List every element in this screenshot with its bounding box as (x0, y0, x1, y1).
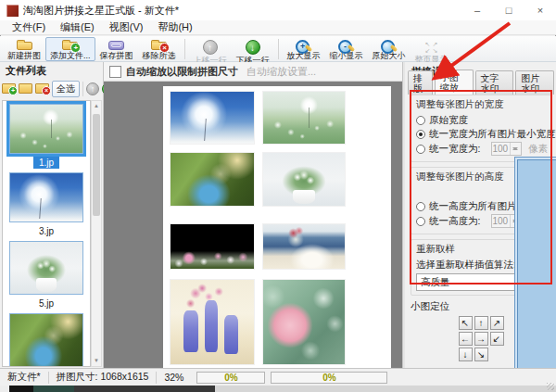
window-title: 淘淘图片拼接之星正式版 - 新文件* (23, 4, 179, 18)
position-bottom-button[interactable]: ↓ (459, 348, 473, 361)
bottom-edge-strip (0, 386, 556, 392)
autoscale-settings-link[interactable]: 自动缩放设置... (246, 65, 316, 79)
file-list-item[interactable] (6, 313, 86, 367)
spinner-arrows-icon[interactable] (510, 143, 521, 155)
zoom-in-icon (295, 40, 312, 50)
option-label: 统一宽度为: (429, 143, 480, 155)
zoom-out-button[interactable]: 缩小显示 (325, 37, 368, 61)
resize-grip[interactable] (547, 383, 554, 390)
new-collage-icon (17, 42, 32, 50)
position-top-right-button[interactable]: ↗ (490, 316, 504, 330)
collage-photo-dandelion-sky[interactable] (171, 92, 254, 144)
remove-badge-icon (159, 43, 170, 53)
unit-label: 像素 (528, 143, 548, 155)
actual-size-button[interactable]: 原始大小 (368, 37, 411, 61)
autoscale-checkbox[interactable] (109, 66, 121, 78)
scrollbar-thumb[interactable] (93, 114, 100, 216)
menu-file[interactable]: 文件(F) (5, 20, 53, 34)
bottle-decoration (224, 315, 238, 354)
remove-file-small-icon[interactable] (35, 83, 49, 94)
add-folder-small-icon[interactable] (19, 83, 32, 94)
settings-tabs: 排版 小图缩放 文字水印 图片水印 (405, 80, 556, 95)
file-list-panel: 文件列表 全选 1.jp 3.jp 5.jp (0, 62, 104, 368)
position-center-icon (517, 159, 556, 392)
tab-image-scaling[interactable]: 小图缩放 (435, 70, 474, 95)
width-value-spinner[interactable]: 100 (491, 142, 522, 156)
plus-badge-icon (70, 43, 81, 53)
move-up-row-button[interactable]: 上移一行 (189, 37, 232, 61)
radio-icon-checked[interactable] (416, 130, 425, 139)
close-button[interactable]: × (524, 0, 556, 20)
radio-icon[interactable] (416, 202, 425, 211)
collage-page (163, 86, 391, 368)
file-list-item[interactable]: 3.jp (6, 172, 86, 237)
add-files-small-icon[interactable] (2, 83, 16, 94)
add-files-button[interactable]: 添加文件... (45, 37, 95, 61)
position-top-left-button[interactable]: ↖ (459, 316, 473, 330)
option-label: 统一高度为: (429, 215, 480, 227)
toolbar-button-label: 添加文件... (50, 51, 91, 60)
bottle-decoration (205, 300, 218, 352)
toolbar-separator (278, 39, 279, 59)
add-files-icon (62, 42, 78, 50)
position-grid: ↖ ↑ ↗ ← → ↙ ↓ ↘ (411, 316, 551, 361)
move-file-up-button[interactable] (86, 82, 99, 95)
position-center-button[interactable] (514, 157, 556, 392)
collage-canvas[interactable] (104, 82, 402, 368)
move-down-row-button[interactable]: 下移一行 (232, 37, 274, 61)
new-collage-button[interactable]: 新建拼图 (3, 37, 45, 61)
option-label: 统一宽度为所有图片最小宽度 (429, 128, 556, 140)
file-list: 1.jp 3.jp 5.jp (2, 100, 91, 367)
position-bottom-left-button[interactable]: ↙ (490, 332, 504, 346)
collage-photo-blue-bottles[interactable] (171, 280, 254, 364)
tab-image-watermark[interactable]: 图片水印 (515, 70, 554, 95)
save-collage-button[interactable]: 保存拼图 (95, 37, 138, 61)
tab-layout[interactable]: 排版 (408, 70, 433, 95)
remove-selected-button[interactable]: 移除所选 (138, 37, 181, 61)
option-fixed-width[interactable]: 统一宽度为: 100 像素 (416, 142, 546, 156)
status-file-name: 新文件* (0, 371, 48, 384)
status-zoom-level: 32% (157, 372, 191, 383)
scroll-down-icon[interactable] (92, 356, 101, 366)
menu-edit[interactable]: 编辑(E) (53, 20, 102, 34)
toolbar-separator (184, 39, 185, 59)
collage-photo-pink-dahlia[interactable] (263, 280, 345, 364)
collage-photo-white-flowers-pot[interactable] (263, 153, 345, 206)
minimize-button[interactable]: – (461, 0, 493, 20)
collage-photo-dandelion-field[interactable] (263, 92, 345, 144)
position-left-button[interactable]: ← (459, 332, 473, 346)
radio-icon[interactable] (416, 116, 425, 125)
radio-icon[interactable] (416, 145, 425, 154)
collage-photo-night-flowers[interactable] (171, 224, 254, 269)
maximize-button[interactable]: □ (493, 0, 524, 20)
select-all-button[interactable]: 全选 (52, 81, 80, 97)
option-min-width[interactable]: 统一宽度为所有图片最小宽度 (416, 128, 546, 140)
strip-segment (215, 386, 556, 392)
toolbar-separator (82, 82, 83, 96)
statusbar: 新文件* 拼图尺寸: 1068x1615 32% 0% 0% (0, 368, 556, 386)
file-list-item[interactable]: 1.jp (6, 104, 86, 169)
file-list-scrollbar[interactable] (91, 100, 102, 367)
position-right-button[interactable]: → (474, 332, 488, 346)
file-name-label: 5.jp (33, 297, 59, 310)
position-top-button[interactable]: ↑ (474, 316, 488, 330)
scroll-up-icon[interactable] (92, 101, 101, 111)
zoom-in-button[interactable]: 放大显示 (283, 37, 325, 61)
position-bottom-right-button[interactable]: ↘ (474, 348, 488, 361)
tab-text-watermark[interactable]: 文字水印 (475, 70, 514, 95)
actual-size-icon (380, 40, 398, 50)
thumbnail-white-flowers-pot (9, 241, 83, 295)
option-original-width[interactable]: 原始宽度 (416, 114, 546, 126)
status-collage-size: 拼图尺寸: 1068x1615 (49, 371, 157, 384)
zoom-out-icon (337, 40, 355, 50)
radio-icon[interactable] (416, 217, 425, 226)
move-up-icon (203, 40, 218, 55)
menu-help[interactable]: 帮助(H) (150, 20, 199, 34)
collage-photo-vase-and-book[interactable] (263, 224, 345, 269)
selected-algorithm: 高质量 (421, 276, 450, 289)
menu-view[interactable]: 视图(V) (102, 20, 151, 34)
progress-bar-left: 0% (196, 372, 265, 384)
fit-page-button[interactable]: 整页显示 (411, 37, 453, 61)
collage-photo-girl-in-blue[interactable] (171, 153, 254, 206)
file-list-item[interactable]: 5.jp (6, 241, 86, 310)
